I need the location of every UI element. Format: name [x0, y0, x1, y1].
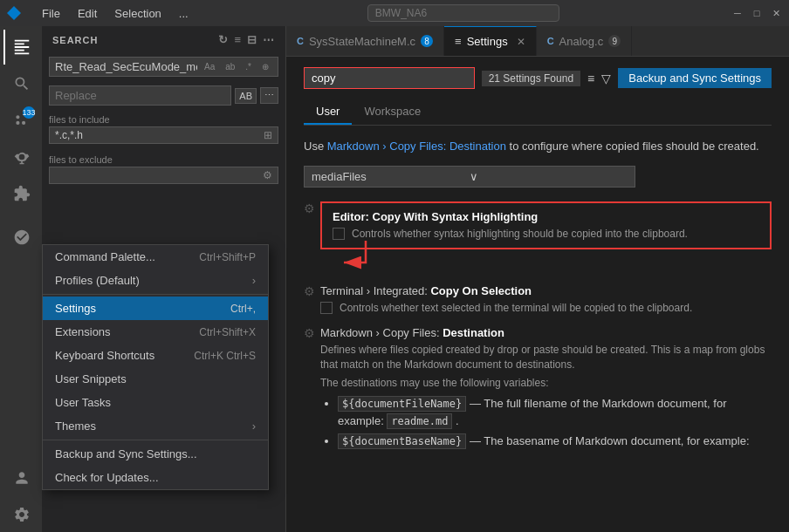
settings-search-input[interactable] [304, 67, 475, 89]
tab-badge: 8 [421, 35, 433, 47]
settings-filter-icon[interactable]: ≡ [587, 72, 594, 85]
whole-word-icon[interactable]: ab [222, 60, 238, 73]
context-label: User Tasks [55, 396, 111, 409]
settings-link[interactable]: Markdown › Copy Files: Destination [327, 140, 506, 153]
code-inline: ${documentBaseName} [338, 433, 466, 449]
files-to-exclude: files to exclude ⚙ [42, 153, 285, 188]
setting2-body: Controls whether text selected in the te… [320, 301, 772, 316]
title-search-input[interactable] [367, 4, 559, 22]
minimize-button[interactable]: ─ [731, 7, 744, 19]
code-inline: readme.md [387, 413, 452, 429]
arrow-annotation [340, 236, 392, 274]
context-label: Keyboard Shortcuts [55, 349, 154, 362]
title-bar: File Edit Selection ... ─ □ ✕ [0, 0, 789, 26]
sidebar-header: SEARCH ↻ ≡ ⊟ ⋯ [42, 26, 285, 53]
context-user-tasks[interactable]: User Tasks [43, 391, 268, 414]
menu-edit[interactable]: Edit [71, 5, 104, 22]
activity-settings[interactable] [3, 497, 38, 532]
tab-badge: 9 [608, 35, 621, 47]
activity-search[interactable] [3, 66, 38, 101]
tab-settings[interactable]: ≡ Settings ✕ [444, 26, 537, 56]
code-inline: ${documentFileName} [338, 396, 466, 412]
activity-explorer[interactable] [3, 30, 38, 65]
setting-title: Editor: Copy With Syntax Highlighting [333, 210, 759, 223]
regex-icon[interactable]: .* [242, 60, 255, 73]
files-exclude-icon[interactable]: ⚙ [263, 169, 272, 181]
submenu-arrow-icon: › [252, 274, 256, 287]
context-user-snippets[interactable]: User Snippets [43, 367, 268, 391]
context-label: Settings [55, 302, 96, 315]
more-icon[interactable]: ⋯ [263, 33, 275, 46]
tab-analog[interactable]: C Analog.c 9 [537, 26, 633, 56]
settings-dropdown[interactable]: mediaFiles ∨ [304, 166, 635, 188]
settings-tab-user[interactable]: User [304, 99, 352, 125]
collapse-icon[interactable]: ⊟ [247, 33, 257, 46]
context-shortcut: Ctrl+K Ctrl+S [194, 350, 256, 362]
chevron-down-icon: ∨ [470, 170, 628, 183]
context-shortcut: Ctrl+, [230, 303, 256, 315]
clear-icon[interactable]: ≡ [234, 33, 242, 46]
context-backup-sync[interactable]: Backup and Sync Settings... [43, 442, 268, 466]
context-label: Themes [55, 419, 96, 433]
context-label: Command Palette... [55, 250, 155, 263]
dropdown-value: mediaFiles [312, 170, 470, 183]
maximize-button[interactable]: □ [751, 7, 763, 19]
setting2-wrapper: ⚙ Terminal › Integrated: Copy On Selecti… [304, 284, 772, 316]
files-include-input[interactable] [55, 129, 264, 141]
editor-area: C SysStateMachineM.c 8 ≡ Settings ✕ C An… [286, 26, 789, 532]
separator [43, 294, 268, 295]
activity-debug[interactable] [3, 140, 38, 174]
files-include-icon[interactable]: ⊞ [264, 129, 272, 141]
activity-scm[interactable]: 133 [3, 103, 38, 138]
search-input[interactable] [55, 60, 197, 73]
replace-input[interactable] [49, 85, 231, 106]
activity-remote[interactable] [3, 220, 38, 255]
setting2-checkbox[interactable] [320, 302, 333, 314]
backup-sync-button[interactable]: Backup and Sync Settings [618, 68, 772, 88]
activity-accounts[interactable] [3, 460, 38, 495]
context-label: User Snippets [55, 372, 127, 385]
activity-bar: 133 [0, 26, 42, 532]
tab-sysstatemachine[interactable]: C SysStateMachineM.c 8 [286, 26, 444, 56]
separator [43, 440, 268, 440]
menu-selection[interactable]: Selection [107, 5, 168, 22]
settings-tab-workspace[interactable]: Workspace [352, 99, 433, 125]
context-command-palette[interactable]: Command Palette... Ctrl+Shift+P [43, 245, 268, 269]
gear-icon[interactable]: ⚙ [304, 284, 315, 298]
replace-all-btn[interactable]: ⋯ [260, 87, 278, 104]
context-themes[interactable]: Themes › [43, 414, 268, 438]
context-label: Extensions [55, 325, 111, 338]
setting-desc: Controls whether syntax highlighting sho… [352, 227, 688, 242]
toggle-replace-icon[interactable]: ⊕ [258, 60, 272, 73]
context-check-updates[interactable]: Check for Updates... [43, 466, 268, 489]
tab-label: Analog.c [559, 35, 604, 48]
gear-icon[interactable]: ⚙ [304, 201, 315, 215]
setting2: Terminal › Integrated: Copy On Selection… [320, 284, 772, 316]
bullet-item: ${documentBaseName} — The basename of Ma… [338, 433, 772, 450]
settings-funnel-icon[interactable]: ▽ [601, 72, 611, 85]
scm-badge: 133 [23, 106, 35, 119]
context-profiles[interactable]: Profiles (Default) › [43, 269, 268, 292]
context-label: Check for Updates... [55, 471, 159, 484]
context-label: Profiles (Default) [55, 274, 140, 287]
settings-description: Use Markdown › Copy Files: Destination t… [304, 138, 772, 155]
setting3-desc: Defines where files copied created by dr… [320, 343, 772, 372]
menu-more[interactable]: ... [172, 5, 196, 22]
replace-btn[interactable]: AB [235, 88, 257, 104]
tab-close-icon[interactable]: ✕ [517, 36, 525, 48]
gear-icon[interactable]: ⚙ [304, 326, 315, 340]
setting3-extra: The destinations may use the following v… [320, 376, 772, 391]
context-keyboard-shortcuts[interactable]: Keyboard Shortcuts Ctrl+K Ctrl+S [43, 344, 268, 367]
close-button[interactable]: ✕ [770, 7, 782, 19]
bullet-text: . [456, 414, 459, 427]
title-search-area [209, 4, 717, 22]
vscode-logo [7, 6, 21, 20]
activity-extensions[interactable] [3, 176, 38, 211]
context-settings[interactable]: Settings Ctrl+, [43, 297, 268, 320]
submenu-arrow-icon: › [252, 419, 256, 433]
refresh-icon[interactable]: ↻ [218, 33, 229, 46]
match-case-icon[interactable]: Aa [201, 60, 218, 73]
menu-file[interactable]: File [35, 5, 67, 22]
files-exclude-input[interactable] [55, 169, 263, 181]
context-extensions[interactable]: Extensions Ctrl+Shift+X [43, 320, 268, 344]
